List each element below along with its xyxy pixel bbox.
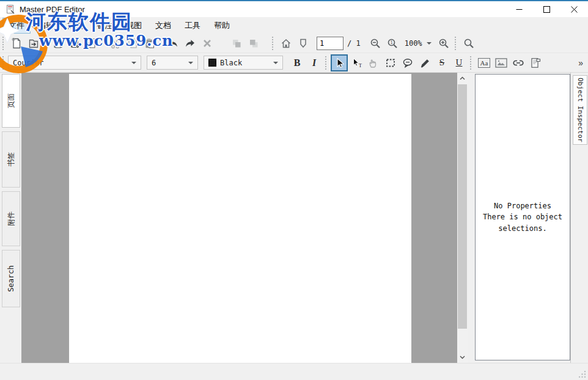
- format-toolbar: Courier 6 Black B I T: [0, 53, 588, 73]
- pen-icon: [419, 57, 431, 69]
- toolbar-grip[interactable]: [2, 56, 4, 70]
- save-as-button[interactable]: [67, 35, 84, 52]
- comment-tool-button[interactable]: [399, 54, 416, 71]
- chevron-down-icon: [273, 62, 278, 64]
- marquee-icon: [384, 57, 397, 69]
- close-button[interactable]: [560, 1, 588, 17]
- color-swatch: [208, 59, 216, 67]
- zoom-level-value: 100%: [405, 39, 422, 48]
- tab-search[interactable]: Search: [2, 250, 20, 307]
- left-dock-tabbar: 页面 书签 附件 Search: [0, 73, 21, 363]
- menu-insert[interactable]: 插入: [61, 18, 89, 34]
- font-family-value: Courier: [13, 59, 44, 67]
- resize-grip[interactable]: [579, 371, 586, 378]
- delete-button[interactable]: [199, 35, 216, 52]
- italic-button[interactable]: I: [306, 54, 323, 71]
- menu-bar: 文件 编辑 插入 备注 视图 文档 工具 帮助: [0, 17, 588, 34]
- zoom-original-button[interactable]: 1: [384, 35, 401, 52]
- open-file-dropdown[interactable]: [42, 35, 50, 52]
- new-document-button[interactable]: [8, 35, 25, 52]
- bold-button[interactable]: B: [288, 54, 306, 71]
- chevron-up-icon: [460, 76, 465, 80]
- object-inspector-panel: No Properties There is no object selecti…: [475, 74, 570, 360]
- underline-button[interactable]: U: [450, 54, 468, 71]
- print-button[interactable]: [84, 35, 101, 52]
- toolbar-grip[interactable]: [470, 56, 471, 70]
- toolbar-grip[interactable]: [325, 56, 326, 70]
- pdf-page[interactable]: [69, 74, 411, 363]
- chevron-down-icon: [460, 356, 465, 359]
- chevron-down-icon: [188, 62, 193, 64]
- tab-bookmarks[interactable]: 书签: [2, 131, 20, 188]
- application-window: Master PDF Editor 文件 编辑 插入 备注 视图 文档 工具 帮…: [0, 0, 588, 380]
- toolbar-overflow-button[interactable]: »: [578, 58, 583, 68]
- page-thumbnail-button[interactable]: [295, 35, 312, 52]
- send-backward-button[interactable]: [245, 35, 262, 52]
- chevron-down-icon: [43, 42, 48, 45]
- menu-edit[interactable]: 编辑: [32, 18, 60, 34]
- main-toolbar: / 1 1 100%: [0, 34, 588, 53]
- menu-comment[interactable]: 备注: [90, 18, 119, 34]
- strikethrough-button[interactable]: S: [433, 54, 450, 71]
- menu-view[interactable]: 视图: [120, 18, 148, 34]
- select-tool-button[interactable]: [331, 54, 348, 71]
- scroll-down-button[interactable]: [457, 352, 468, 363]
- select-text-tool-button[interactable]: T: [348, 54, 365, 71]
- minimize-button[interactable]: [505, 1, 533, 17]
- link-icon: [512, 57, 525, 69]
- tab-object-inspector[interactable]: Object Inspector: [573, 75, 587, 145]
- zoom-out-button[interactable]: [367, 35, 384, 52]
- font-size-combo[interactable]: 6: [147, 56, 198, 70]
- hand-tool-button[interactable]: [365, 54, 382, 71]
- tab-bookmarks-label: 书签: [6, 152, 17, 167]
- link-tool-button[interactable]: [510, 54, 527, 71]
- main-area: 页面 书签 附件 Search: [0, 73, 588, 363]
- search-button[interactable]: [460, 35, 477, 52]
- text-box-tool-button[interactable]: Aa: [476, 54, 493, 71]
- redo-button[interactable]: [182, 35, 199, 52]
- open-file-button[interactable]: [25, 35, 42, 52]
- font-size-value: 6: [152, 59, 156, 67]
- zoom-level-combo[interactable]: 100%: [402, 39, 434, 48]
- cut-button[interactable]: [107, 35, 124, 52]
- form-icon: [529, 57, 542, 69]
- tab-search-label: Search: [7, 265, 15, 291]
- menu-tools[interactable]: 工具: [178, 18, 207, 34]
- page-total-label: / 1: [347, 39, 361, 48]
- save-button[interactable]: [50, 35, 67, 52]
- right-dock-tabbar: Object Inspector: [570, 73, 588, 363]
- bring-forward-button[interactable]: [228, 35, 245, 52]
- scrollbar-thumb[interactable]: [458, 84, 467, 329]
- menu-file[interactable]: 文件: [2, 18, 31, 34]
- bold-icon: B: [294, 57, 301, 68]
- zoom-in-button[interactable]: [435, 35, 452, 52]
- font-color-combo[interactable]: Black: [204, 56, 283, 70]
- menu-help[interactable]: 帮助: [208, 18, 236, 34]
- home-button[interactable]: [277, 35, 295, 52]
- image-tool-button[interactable]: [493, 54, 510, 71]
- status-bar: [0, 363, 588, 380]
- toolbar-grip[interactable]: [272, 37, 273, 50]
- form-tool-button[interactable]: [527, 54, 544, 71]
- paste-button[interactable]: [141, 35, 158, 52]
- scroll-up-button[interactable]: [457, 73, 468, 84]
- undo-button[interactable]: [164, 35, 182, 52]
- pen-tool-button[interactable]: [416, 54, 433, 71]
- text-box-icon: Aa: [478, 58, 491, 68]
- tab-pages-label: 页面: [6, 93, 17, 108]
- menu-document[interactable]: 文档: [149, 18, 177, 34]
- maximize-button[interactable]: [533, 1, 560, 17]
- tab-attachments[interactable]: 附件: [2, 191, 20, 246]
- toolbar-grip[interactable]: [2, 37, 4, 50]
- font-family-combo[interactable]: Courier: [8, 56, 141, 70]
- document-viewport: [21, 73, 468, 363]
- copy-button[interactable]: [124, 35, 141, 52]
- page-number-input[interactable]: [317, 37, 344, 50]
- tab-object-inspector-label: Object Inspector: [576, 78, 584, 142]
- marquee-zoom-button[interactable]: [382, 54, 399, 71]
- tab-pages[interactable]: 页面: [2, 74, 20, 128]
- vertical-scrollbar[interactable]: [457, 73, 468, 363]
- svg-text:1: 1: [390, 40, 393, 45]
- svg-text:T: T: [359, 63, 362, 68]
- toolbar-grip[interactable]: [455, 37, 456, 50]
